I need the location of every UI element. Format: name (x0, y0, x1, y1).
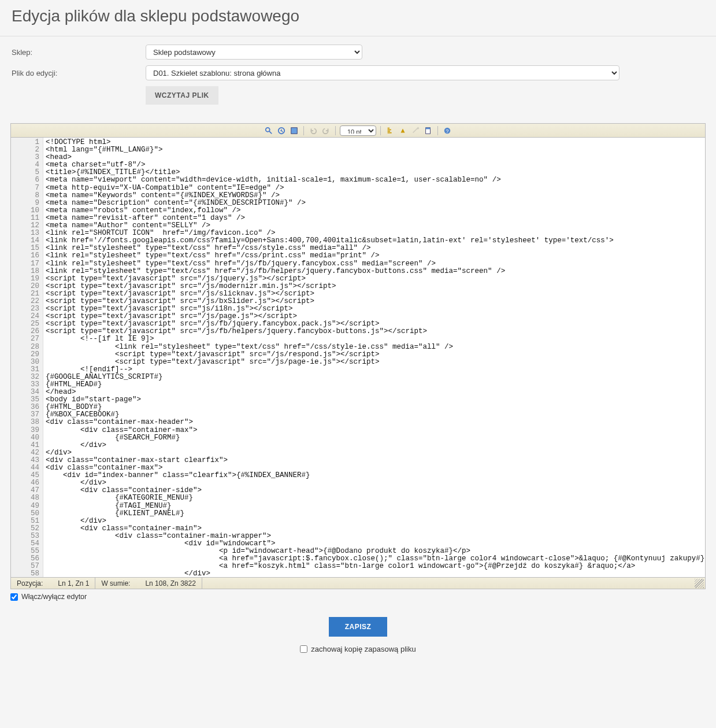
svg-line-1 (269, 131, 272, 133)
search-icon[interactable] (264, 125, 274, 136)
fullscreen-icon[interactable] (289, 125, 299, 136)
editor-toolbar: 10 pt ? (11, 124, 705, 138)
redo-icon[interactable] (321, 125, 331, 136)
newdoc-icon[interactable] (423, 125, 433, 136)
backup-label[interactable]: zachowaj kopię zapasową pliku (311, 645, 415, 653)
syntax-icon[interactable] (385, 125, 395, 136)
fontsize-select[interactable]: 10 pt (340, 125, 376, 136)
status-position-label: Pozycja: (17, 579, 43, 587)
line-gutter: 1234567891011121314151617181920212223242… (11, 138, 43, 577)
help-icon[interactable]: ? (442, 125, 452, 136)
shop-select[interactable]: Sklep podstawowy (146, 45, 362, 60)
highlight-icon[interactable] (398, 125, 408, 136)
load-file-button[interactable]: WCZYTAJ PLIK (146, 86, 218, 105)
svg-rect-3 (291, 127, 298, 134)
undo-icon[interactable] (308, 125, 318, 136)
toggle-editor-label[interactable]: Włącz/wyłącz edytor (21, 593, 87, 601)
backup-checkbox[interactable] (300, 645, 307, 653)
code-content[interactable]: <!DOCTYPE html><html lang="{#HTML_LANG#}… (43, 138, 705, 577)
status-total-value: Ln 108, Zn 3822 (145, 579, 195, 587)
code-editor: 10 pt ? 12345678910111213141516171819202… (10, 123, 706, 589)
save-button[interactable]: ZAPISZ (329, 617, 388, 637)
svg-text:?: ? (446, 128, 449, 134)
editor-statusbar: Pozycja: Ln 1, Zn 1 W sumie: Ln 108, Zn … (11, 577, 705, 589)
file-select[interactable]: D01. Szkielet szablonu: strona główna (146, 65, 619, 80)
file-label: Plik do edycji: (12, 69, 146, 77)
status-total-label: W sumie: (101, 579, 130, 587)
status-position-value: Ln 1, Zn 1 (58, 579, 89, 587)
toggle-editor-checkbox[interactable] (10, 593, 18, 601)
page-title: Edycja plików dla sklepu podstawowego (12, 7, 704, 25)
goto-icon[interactable] (276, 125, 287, 136)
resize-handle-icon[interactable] (695, 579, 704, 588)
svg-point-0 (266, 127, 270, 131)
svg-rect-5 (426, 127, 431, 129)
shop-label: Sklep: (12, 48, 146, 57)
reset-icon[interactable] (410, 125, 421, 136)
